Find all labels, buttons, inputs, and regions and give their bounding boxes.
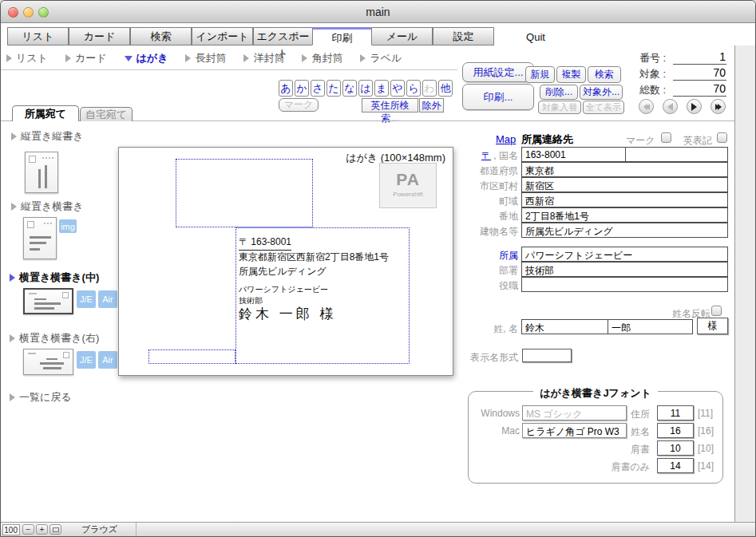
print-button[interactable]: 印刷...	[462, 84, 534, 110]
kana-ra-button[interactable]: ら	[406, 80, 421, 97]
tab-print[interactable]: 印刷	[312, 27, 372, 45]
organization-field[interactable]: パワーシフトジェービー	[521, 247, 728, 262]
prefecture-field[interactable]: 東京都	[521, 162, 728, 177]
back-to-list-link[interactable]: 一覧に戻る	[10, 390, 72, 405]
english-address-search-button[interactable]: 英住所検索...	[362, 98, 418, 113]
kana-wa-button[interactable]: わ	[422, 80, 437, 97]
job-title-field[interactable]	[521, 277, 728, 292]
kana-na-button[interactable]: な	[342, 80, 357, 97]
tab-import[interactable]: インポート	[192, 27, 253, 45]
layout-landscape-center[interactable]: 横置き横書き(中)	[10, 270, 99, 285]
building-field[interactable]: 所属先ビルディング	[521, 223, 728, 238]
subnav-hagaki[interactable]: はがき	[125, 51, 168, 65]
kana-ya-button[interactable]: や	[390, 80, 405, 97]
city-field[interactable]: 新宿区	[521, 177, 728, 192]
swap-found-set-button[interactable]: 対象入替	[538, 101, 581, 114]
find-record-button[interactable]: 検索	[588, 66, 621, 83]
subnav-western-envelope[interactable]: 洋封筒	[243, 51, 284, 65]
je-badge[interactable]: J/E	[77, 351, 96, 369]
tab-home-address[interactable]: 自宅宛て	[80, 107, 133, 121]
tab-work-address[interactable]: 所属宛て	[12, 105, 79, 121]
map-link[interactable]: Map	[496, 133, 516, 145]
name-reverse-checkbox[interactable]	[711, 306, 722, 316]
new-record-button[interactable]: 新規	[525, 66, 555, 83]
kana-other-button[interactable]: 他	[438, 80, 453, 97]
layout-portrait-horizontal[interactable]: 縦置き横書き	[11, 199, 84, 214]
title-size-default: [10]	[698, 443, 714, 454]
mark-checkbox[interactable]	[661, 132, 671, 143]
kana-ta-button[interactable]: た	[327, 80, 341, 97]
layout-landscape-center-thumbnail[interactable]	[23, 288, 73, 314]
layout-portrait-vertical-thumbnail[interactable]	[25, 152, 58, 193]
name-label: 姓, 名	[448, 322, 518, 336]
kana-a-button[interactable]: あ	[279, 80, 293, 97]
postal-lookup-link[interactable]: 〒	[481, 150, 491, 161]
last-record-button[interactable]	[710, 99, 726, 114]
layout-landscape-right[interactable]: 横置き横書き(右)	[10, 331, 99, 345]
preview-recipient-name: 鈴木 一郎 様	[239, 305, 336, 323]
triangle-right-icon	[10, 274, 15, 282]
text-line-icon	[34, 302, 61, 305]
name-size-field[interactable]: 16	[657, 423, 694, 438]
title-only-size-field[interactable]: 14	[657, 458, 694, 473]
organization-label[interactable]: 所属	[448, 249, 518, 263]
zoom-out-button[interactable]: −	[22, 524, 34, 535]
tab-settings[interactable]: 設定	[433, 27, 494, 45]
mark-filter-button[interactable]: マーク	[279, 98, 319, 112]
first-name-field[interactable]: 一郎	[608, 319, 693, 334]
exclude-button[interactable]: 除外	[419, 98, 444, 113]
next-record-button[interactable]	[687, 99, 702, 114]
duplicate-record-button[interactable]: 複製	[556, 66, 586, 83]
title-bar: main	[1, 1, 755, 23]
quit-button[interactable]: Quit	[504, 31, 568, 43]
address-size-field[interactable]: 11	[657, 405, 694, 421]
triangle-right-icon	[360, 54, 366, 62]
kana-ha-button[interactable]: は	[358, 80, 373, 97]
country-field[interactable]	[625, 147, 728, 162]
postal-code-field[interactable]: 163-8001	[521, 147, 626, 162]
stamp-icon	[63, 352, 69, 358]
text-line-icon	[40, 362, 64, 365]
subnav-label-sheet[interactable]: ラベル	[360, 51, 402, 65]
subnav-card[interactable]: カード	[65, 51, 107, 65]
district-field[interactable]: 西新宿	[521, 192, 728, 207]
subnav-long-envelope[interactable]: 長封筒	[185, 51, 226, 65]
tab-search[interactable]: 検索	[130, 27, 192, 45]
subnav-square-envelope[interactable]: 角封筒	[302, 51, 342, 65]
last-name-field[interactable]: 鈴木	[521, 319, 608, 334]
triangle-right-icon	[10, 334, 15, 342]
layout-portrait-vertical[interactable]: 縦置き縦書き	[11, 129, 84, 144]
job-title-label: 役職	[448, 279, 518, 293]
triangle-right-icon	[11, 203, 17, 211]
title-size-field[interactable]: 10	[657, 440, 694, 456]
air-badge[interactable]: Air	[98, 290, 117, 308]
zoom-level-field[interactable]: 100	[2, 524, 20, 535]
delete-record-button[interactable]: 削除...	[540, 85, 578, 100]
tab-card[interactable]: カード	[69, 27, 130, 45]
honorific-button[interactable]: 様	[697, 318, 728, 334]
layout-landscape-right-thumbnail[interactable]	[23, 349, 73, 375]
kana-ma-button[interactable]: ま	[374, 80, 389, 97]
show-all-button[interactable]: 全て表示	[583, 101, 624, 114]
block-number-field[interactable]: 2丁目8番地1号	[521, 207, 728, 223]
status-area-toggle-button[interactable]	[49, 524, 61, 535]
department-field[interactable]: 技術部	[521, 262, 728, 277]
subnav-list[interactable]: リスト	[6, 51, 48, 65]
tab-mail[interactable]: メール	[371, 27, 433, 45]
tab-export[interactable]: エクスポート	[253, 27, 313, 45]
dot-icon	[52, 157, 53, 159]
tab-list[interactable]: リスト	[7, 27, 69, 45]
kana-ka-button[interactable]: か	[295, 80, 309, 97]
display-name-format-button[interactable]	[522, 349, 572, 362]
paper-setup-button[interactable]: 用紙設定...	[462, 62, 534, 82]
air-badge[interactable]: Air	[98, 351, 117, 369]
layout-portrait-horizontal-thumbnail[interactable]	[23, 217, 57, 259]
omit-record-button[interactable]: 対象外...	[580, 85, 623, 100]
je-badge[interactable]: J/E	[77, 290, 96, 308]
first-record-button[interactable]	[639, 99, 654, 114]
mode-popup[interactable]: ブラウズ	[63, 523, 137, 537]
kana-sa-button[interactable]: さ	[311, 80, 325, 97]
previous-record-button[interactable]	[663, 99, 678, 114]
english-notation-checkbox[interactable]	[717, 132, 727, 143]
zoom-in-button[interactable]: +	[36, 524, 48, 535]
